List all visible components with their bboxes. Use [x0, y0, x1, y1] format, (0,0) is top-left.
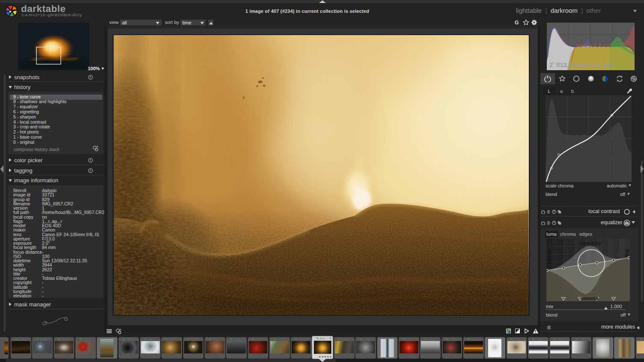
- svg-text:smooth: smooth: [581, 296, 599, 301]
- svg-text:contrasty: contrasty: [579, 240, 601, 246]
- svg-text:coarse: coarse: [546, 250, 552, 264]
- svg-text:2˝ f/13.0 84mm iso 100: 2˝ f/13.0 84mm iso 100: [549, 62, 613, 68]
- svg-text:fine: fine: [624, 249, 629, 257]
